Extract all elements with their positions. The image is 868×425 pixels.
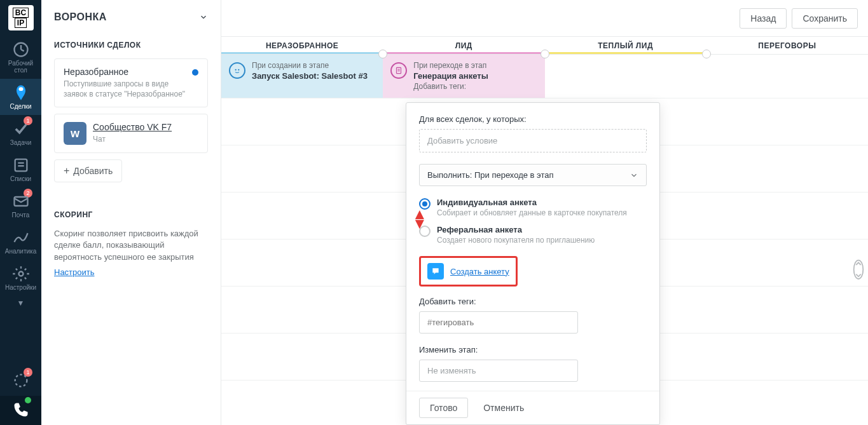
tags-label: Добавить теги: (419, 297, 647, 306)
svg-point-6 (18, 272, 23, 276)
add-stage-icon[interactable] (702, 50, 711, 58)
tags-input[interactable] (419, 311, 578, 334)
create-survey-link[interactable]: Создать анкету (450, 267, 509, 276)
add-stage-icon[interactable] (541, 50, 549, 58)
rail-analytics[interactable]: Аналитика (0, 224, 41, 260)
stage-lead[interactable]: ЛИД (383, 37, 544, 54)
svg-point-7 (15, 375, 27, 387)
done-button[interactable]: Готово (419, 398, 468, 418)
vk-icon: w (64, 122, 86, 145)
status-dot (192, 69, 198, 76)
svg-point-1 (18, 87, 23, 91)
back-button[interactable]: Назад (740, 8, 787, 29)
sidebar: ВОРОНКА ИСТОЧНИКИ СДЕЛОК Неразобранное П… (41, 0, 221, 425)
change-stage-select[interactable]: Не изменять (419, 360, 578, 382)
top-bar: Назад Сохранить (221, 0, 868, 37)
conditions-label: Для всех сделок, у которых: (419, 114, 647, 124)
svg-point-9 (238, 69, 239, 71)
add-source-button[interactable]: + Добавить (54, 159, 122, 182)
scroll-control[interactable] (851, 258, 865, 283)
annotation-arrow: ▲▼ (412, 209, 427, 229)
cancel-button[interactable]: Отменить (473, 398, 534, 418)
radio-individual[interactable]: Индивидуальная анкета Собирает и обновля… (419, 198, 647, 217)
sources-heading: ИСТОЧНИКИ СДЕЛОК (54, 41, 208, 50)
form-icon (390, 62, 407, 79)
plus-icon: + (64, 165, 69, 177)
rail-desktop[interactable]: Рабочийстол (0, 36, 41, 79)
radio-referral[interactable]: Реферальная анкета Создает нового покупа… (419, 225, 647, 245)
trigger-salesbot[interactable]: При создании в этапе Запуск Salesbot: Sa… (221, 55, 383, 98)
scoring-heading: СКОРИНГ (54, 210, 208, 219)
stage-warm[interactable]: ТЕПЛЫЙ ЛИД (545, 37, 706, 54)
stage-header: НЕРАЗОБРАННОЕ ЛИД ТЕПЛЫЙ ЛИД ПЕРЕГОВОРЫ (221, 37, 868, 55)
execute-select[interactable]: Выполнить: При переходе в этап (419, 164, 647, 186)
rail-deals[interactable]: Сделки (0, 79, 41, 115)
create-survey-highlight: Создать анкету (419, 256, 518, 287)
change-stage-label: Изменить этап: (419, 345, 647, 354)
app-logo: BCIP (8, 5, 34, 30)
chat-icon (427, 263, 444, 280)
source-title: Неразобранное (64, 67, 186, 77)
rail-mail[interactable]: 2 Почта (0, 187, 41, 224)
rail-tasks[interactable]: 1 Задачи (0, 115, 41, 151)
left-rail: BCIP Рабочийстол Сделки 1 Задачи Списки … (0, 0, 41, 425)
rail-lists[interactable]: Списки (0, 151, 41, 187)
pipeline-title: ВОРОНКА (54, 11, 107, 23)
bot-icon (229, 62, 245, 79)
source-unsorted[interactable]: Неразобранное Поступившие запросы в виде… (54, 58, 208, 107)
svg-point-8 (235, 69, 237, 71)
trigger-survey[interactable]: При переходе в этап Генерация анкеты Доб… (383, 55, 544, 98)
main-area: Назад Сохранить НЕРАЗОБРАННОЕ ЛИД ТЕПЛЫЙ… (221, 0, 868, 425)
source-vk[interactable]: w Сообщество VK F7 Чат (54, 114, 208, 153)
chevron-down-icon (630, 171, 638, 180)
source-sub: Чат (93, 135, 172, 145)
rail-notifications[interactable]: 1 (0, 367, 41, 396)
source-title: Сообщество VK F7 (93, 122, 172, 132)
chevron-down-icon[interactable] (199, 13, 208, 22)
add-condition[interactable]: Добавить условие (419, 129, 647, 152)
rail-collapse[interactable]: ▼ (17, 296, 25, 310)
canvas: При создании в этапе Запуск Salesbot: Sa… (221, 55, 868, 425)
trigger-config-popup: Для всех сделок, у которых: Добавить усл… (406, 102, 660, 425)
source-sub: Поступившие запросы в виде заявок в стат… (64, 79, 186, 99)
scoring-text: Скоринг позволяет присвоить каждой сделк… (54, 228, 208, 263)
scoring-configure-link[interactable]: Настроить (54, 267, 95, 277)
rail-settings[interactable]: Настройки (0, 260, 41, 296)
stage-negot[interactable]: ПЕРЕГОВОРЫ (706, 37, 868, 54)
stage-unsorted[interactable]: НЕРАЗОБРАННОЕ (221, 37, 383, 54)
save-button[interactable]: Сохранить (792, 8, 858, 29)
rail-phone[interactable] (0, 396, 41, 425)
